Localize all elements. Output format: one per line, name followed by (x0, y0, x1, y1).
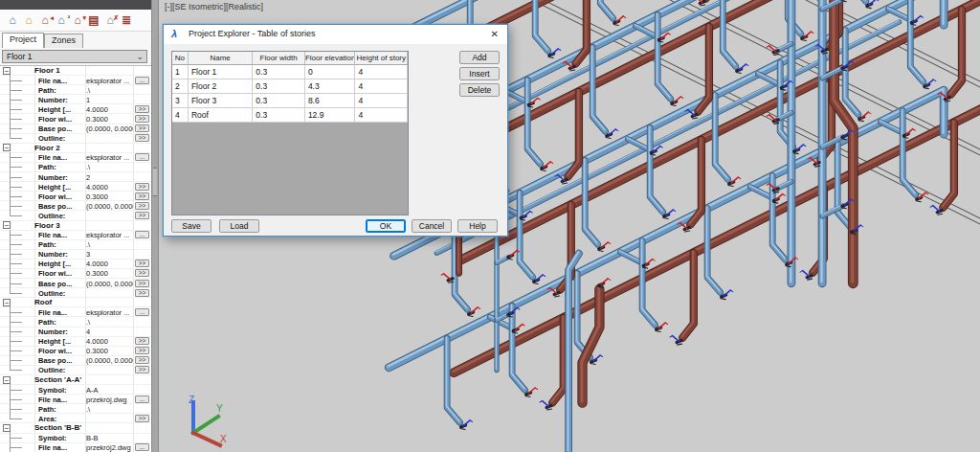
expand-value-button[interactable]: >> (135, 202, 149, 210)
table-row[interactable]: 3Floor 30.38.64 (172, 94, 408, 108)
tree-prop-row[interactable]: Floor wi...0.3000>> (0, 192, 151, 201)
tab-zones[interactable]: Zones (44, 34, 83, 48)
browse-button[interactable]: ... (135, 396, 149, 403)
collapse-box-icon[interactable]: − (3, 376, 11, 384)
tree-prop-row[interactable]: Floor wi...0.3000>> (0, 114, 151, 124)
tree-prop-row[interactable]: Path:.\ (0, 85, 151, 95)
tab-project[interactable]: Project (2, 33, 44, 48)
expand-value-button[interactable]: >> (135, 415, 149, 422)
tree-prop-row[interactable]: Height [...4.0000>> (0, 337, 151, 347)
splitter-grip[interactable] (153, 168, 157, 196)
collapse-box-icon[interactable]: − (3, 67, 11, 75)
collapse-box-icon[interactable]: − (3, 144, 11, 151)
table-cell[interactable]: 4 (355, 79, 408, 94)
table-cell[interactable]: 1 (172, 65, 189, 79)
tree-prop-row[interactable]: Number:2 (0, 172, 151, 182)
table-cell[interactable]: Floor 3 (189, 94, 253, 108)
tree-prop-row[interactable]: Base po...(0.0000, 0.0000>> (0, 201, 151, 211)
tree-node-header[interactable]: −Roof (0, 298, 151, 307)
expand-value-button[interactable]: >> (135, 289, 149, 297)
column-header[interactable]: Name (189, 52, 253, 65)
expand-value-button[interactable]: >> (135, 269, 149, 277)
tree-prop-row[interactable]: Path:.\ (0, 163, 151, 172)
ok-button[interactable]: OK (366, 219, 406, 233)
table-cell[interactable]: 4.3 (305, 79, 356, 94)
table-cell[interactable]: 0 (305, 65, 356, 79)
browse-button[interactable]: ... (135, 77, 149, 84)
table-cell[interactable]: Floor 1 (189, 65, 253, 79)
table-cell[interactable]: Roof (189, 108, 253, 123)
tree-prop-row[interactable]: Floor wi...0.3000>> (0, 347, 151, 356)
delete-button[interactable]: Delete (459, 83, 500, 97)
tree-prop-row[interactable]: File na...przekrój.dwg... (0, 395, 151, 404)
tree-prop-row[interactable]: Number:3 (0, 250, 151, 260)
tree-prop-row[interactable]: Path:.\ (0, 404, 151, 414)
expand-value-button[interactable]: >> (135, 212, 149, 219)
tree-prop-row[interactable]: Height [...4.0000>> (0, 260, 151, 269)
save-button[interactable]: Save (171, 219, 212, 233)
add-button[interactable]: Add (459, 51, 500, 64)
tree-prop-row[interactable]: Symbol:B-B (0, 434, 151, 443)
tree-prop-row[interactable]: File na...eksplorator ...... (0, 231, 151, 240)
tree-prop-row[interactable]: Floor wi...0.3000>> (0, 269, 151, 279)
tree-node-header[interactable]: −Floor 3 (0, 221, 151, 231)
tree-prop-row[interactable]: Path:.\ (0, 240, 151, 250)
browse-button[interactable]: ... (135, 308, 149, 316)
expand-value-button[interactable]: >> (135, 124, 149, 132)
expand-value-button[interactable]: >> (135, 280, 149, 287)
browse-button[interactable]: ... (135, 231, 149, 238)
viewport-controls-label[interactable]: [-][SE Isometric][Realistic] (165, 2, 263, 11)
house-arrow-in-icon[interactable]: ⌂◂ (38, 13, 52, 28)
tree-prop-row[interactable]: Height [...4.0000>> (0, 104, 151, 114)
house-icon[interactable]: ⌂ (6, 13, 19, 28)
tree-node-header[interactable]: −Section 'A-A' (0, 375, 151, 385)
house-badge-icon[interactable]: ⌂² (55, 13, 68, 28)
expand-value-button[interactable]: >> (135, 115, 149, 123)
tree-prop-row[interactable]: Outline:>> (0, 134, 151, 144)
tree-prop-row[interactable]: Height [...4.0000>> (0, 182, 151, 192)
tree-prop-row[interactable]: Number:4 (0, 328, 151, 337)
tree-prop-row[interactable]: File na...eksplorator ...... (0, 307, 151, 317)
tree-prop-row[interactable]: Area:>> (0, 414, 151, 423)
tree-prop-row[interactable]: Base po...(0.0000, 0.0000>> (0, 279, 151, 288)
expand-value-button[interactable]: >> (135, 134, 149, 142)
panel-splitter[interactable] (151, 0, 159, 452)
house-export-icon[interactable]: ⌂▾ (71, 13, 84, 28)
insert-button[interactable]: Insert (459, 67, 500, 80)
column-header[interactable]: Floor elevation (305, 52, 356, 65)
collapse-box-icon[interactable]: − (3, 299, 11, 306)
expand-value-button[interactable]: >> (135, 183, 149, 191)
tree-prop-row[interactable]: File na...przekrój2.dwg... (0, 443, 151, 452)
expand-value-button[interactable]: >> (135, 356, 149, 364)
column-header[interactable]: No (172, 52, 189, 65)
expand-value-button[interactable]: >> (135, 337, 149, 345)
table-cell[interactable]: Floor 2 (189, 79, 253, 94)
tree-prop-row[interactable]: Path:.\ (0, 317, 151, 327)
expand-value-button[interactable]: >> (135, 105, 149, 113)
collapse-box-icon[interactable]: − (3, 221, 11, 229)
column-header[interactable]: Height of story (355, 52, 408, 65)
table-row[interactable]: 2Floor 20.34.34 (172, 79, 408, 94)
table-cell[interactable]: 3 (172, 94, 189, 108)
close-icon[interactable]: ✕ (491, 29, 499, 39)
help-button[interactable]: Help (457, 219, 498, 233)
table-cell[interactable]: 0.3 (253, 108, 305, 123)
table-cell[interactable]: 4 (172, 108, 189, 123)
floor-select-combo[interactable]: Floor 1 ⌄ (2, 50, 147, 63)
expand-value-button[interactable]: >> (135, 260, 149, 267)
tree-prop-row[interactable]: Symbol:A-A (0, 385, 151, 395)
tree-prop-row[interactable]: File na...eksplorator ...... (0, 153, 151, 163)
table-row[interactable]: 4Roof0.312.94 (172, 108, 408, 123)
table-cell[interactable]: 0.3 (253, 79, 305, 94)
table-cell[interactable]: 0.3 (253, 65, 305, 79)
table-cell[interactable]: 12.9 (305, 108, 356, 123)
table-cell[interactable]: 4 (355, 65, 408, 79)
cancel-button[interactable]: Cancel (412, 219, 452, 233)
tree-prop-row[interactable]: Base po...(0.0000, 0.0000>> (0, 124, 151, 134)
tree-prop-row[interactable]: Outline:>> (0, 288, 151, 298)
table-cell[interactable]: 4 (355, 94, 408, 108)
table-cell[interactable]: 4 (355, 108, 408, 123)
column-header[interactable]: Floor width (253, 52, 305, 65)
table-cell[interactable]: 8.6 (305, 94, 356, 108)
expand-value-button[interactable]: >> (135, 192, 149, 200)
